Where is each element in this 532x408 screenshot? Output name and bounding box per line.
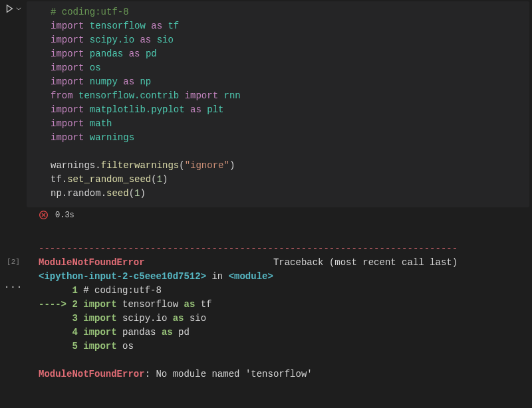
- play-icon: [5, 4, 14, 13]
- chevron-down-icon: [15, 5, 22, 12]
- error-icon: [39, 210, 49, 220]
- code-comment: # coding:utf-8: [51, 7, 129, 17]
- run-cell-button[interactable]: [5, 4, 22, 13]
- code-cell[interactable]: # coding:utf-8 import tensorflow as tf i…: [27, 1, 529, 207]
- elapsed-time: 0.3s: [55, 211, 74, 220]
- more-actions-button[interactable]: ···: [4, 282, 23, 292]
- ipython-input-ref: <ipython-input-2-c5eee10d7512>: [39, 271, 206, 282]
- status-row: 0.3s: [27, 207, 532, 224]
- cell-gutter: [2] ···: [0, 0, 27, 408]
- traceback-label: Traceback (most recent call last): [273, 257, 458, 268]
- cell-output: ----------------------------------------…: [27, 224, 532, 401]
- final-error-name: ModuleNotFoundError: [39, 369, 145, 379]
- error-arrow: ---->: [39, 299, 72, 310]
- output-separator: ----------------------------------------…: [39, 243, 458, 254]
- error-name: ModuleNotFoundError: [39, 257, 145, 268]
- main-area: # coding:utf-8 import tensorflow as tf i…: [27, 0, 532, 408]
- execution-count: [2]: [7, 258, 20, 266]
- final-error-message: No module named 'tensorflow': [156, 369, 312, 379]
